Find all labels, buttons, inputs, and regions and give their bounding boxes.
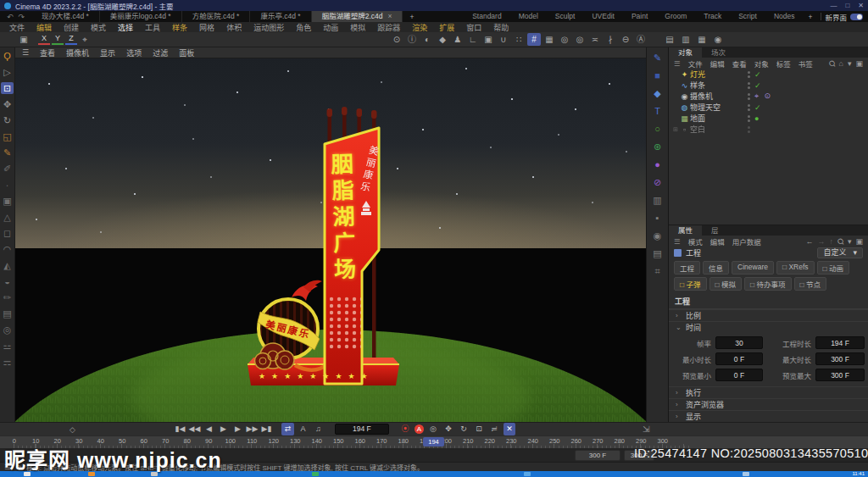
new-ui-toggle[interactable]: 新界面	[825, 12, 868, 22]
subdivision-surface-icon[interactable]: ◆	[651, 87, 665, 99]
collapsed-section[interactable]: ›显示	[669, 410, 868, 422]
sketch-tool-icon[interactable]: ✎	[1, 147, 14, 158]
layout-tab[interactable]: Sculpt	[547, 11, 584, 22]
coordinate-system-icon[interactable]: ⌖	[78, 33, 92, 46]
record-parameter-toggle[interactable]: ≓	[488, 423, 500, 435]
next-frame-button[interactable]: ▶	[231, 423, 244, 435]
grid-settings-icon[interactable]: ⚎	[1, 356, 14, 368]
up-icon[interactable]: ↑	[829, 237, 833, 246]
doc-tab[interactable]: 方舱医院.c4d *	[182, 11, 251, 22]
menu-item[interactable]: 选择	[112, 22, 139, 33]
preset-dropdown[interactable]: 自定义 ▾	[817, 247, 863, 258]
close-tab-icon[interactable]: ×	[387, 11, 392, 22]
add-layout-button[interactable]: +	[804, 13, 818, 21]
menu-item[interactable]: 动画	[317, 22, 344, 33]
next-key-button[interactable]: ▶▶	[246, 423, 259, 435]
field-object-icon[interactable]: ▥	[651, 194, 665, 206]
attr-chip[interactable]: □ 动画	[817, 261, 850, 275]
object-row[interactable]: ✦ 灯光 ✓	[669, 69, 868, 80]
layout-tab[interactable]: Standard	[464, 11, 510, 22]
tab-layers[interactable]: 层	[702, 225, 728, 236]
layout-tab[interactable]: UVEdit	[583, 11, 622, 22]
menu-item[interactable]: 角色	[290, 22, 317, 33]
goto-end-button[interactable]: ▶▮	[260, 423, 273, 435]
attr-chip[interactable]: 工程	[674, 261, 700, 275]
menu-item[interactable]: 跟踪器	[371, 22, 406, 33]
menu-item[interactable]: 编辑	[31, 22, 58, 33]
snap-grid-icon[interactable]: ▦	[542, 33, 556, 46]
scale-tool-icon[interactable]: ◱	[1, 130, 14, 142]
spline-pen-tool-icon[interactable]: ✐	[1, 163, 14, 175]
home-icon[interactable]: ⌂	[839, 59, 843, 68]
fps-field[interactable]: 30	[715, 336, 763, 349]
viewport-menu-item[interactable]: 选项	[126, 47, 142, 58]
layout-tab[interactable]: Groom	[656, 11, 695, 22]
attr-chip[interactable]: 信息	[703, 261, 729, 275]
preview-max-field[interactable]: 300 F	[815, 369, 865, 381]
doc-tab-active[interactable]: 胭脂湖雕塑牌2.c4d ×	[312, 11, 403, 22]
viewport-solo-icon[interactable]: ⊖	[619, 33, 632, 46]
viewport-filter-icon[interactable]: ◎	[1, 324, 14, 336]
spline-pen-icon[interactable]: ✎	[651, 52, 665, 64]
toggle-switch[interactable]	[850, 14, 863, 20]
object-row[interactable]: ◉ 摄像机 ⌖ ⊙	[669, 91, 868, 102]
menu-item[interactable]: 模式	[85, 22, 112, 33]
menu-item[interactable]: 文件	[3, 22, 31, 33]
history-icon[interactable]: ▣	[17, 33, 31, 46]
layout-tab[interactable]: Script	[730, 11, 765, 22]
undo-icon[interactable]: ↶	[7, 13, 14, 21]
goto-start-button[interactable]: ▮◀	[174, 423, 186, 435]
record-rotation-toggle[interactable]: ↻	[458, 423, 470, 435]
viewport-canvas[interactable]: 胭脂湖广场 美丽康乐 美丽康乐 ★★★★★★★★★	[15, 58, 646, 422]
viewport-menu-item[interactable]: 查看	[40, 47, 55, 58]
axis-lock-y-button[interactable]: Y	[52, 34, 64, 45]
interactive-render-icon[interactable]: ◉	[711, 33, 725, 46]
uv-mode-icon[interactable]: ◭	[1, 259, 14, 271]
paint-tool-icon[interactable]: ✏	[1, 291, 14, 303]
max-time-field[interactable]: 300 F	[815, 352, 865, 365]
layout-tab[interactable]: Nodes	[765, 11, 804, 22]
snap-vertex-icon[interactable]: ◎	[558, 33, 571, 46]
selection-info-icon[interactable]: ⓘ	[405, 33, 419, 46]
taskbar-app-icon[interactable]	[312, 472, 319, 476]
menu-item[interactable]: 帮助	[487, 22, 515, 33]
environment-icon[interactable]: ▤	[651, 247, 665, 259]
layout-tab[interactable]: Model	[510, 11, 547, 22]
cube-primitive-icon[interactable]: ■	[651, 69, 665, 81]
back-icon[interactable]: ←	[805, 237, 813, 246]
texture-mode-icon[interactable]: ▣	[481, 33, 495, 46]
attr-chip[interactable]: □ 待办事项	[744, 277, 792, 291]
deformer-icon[interactable]: ⊘	[651, 176, 665, 188]
attr-chip[interactable]: □ 模拟	[709, 277, 743, 291]
live-selection-icon[interactable]: ⊙	[390, 33, 403, 46]
layers-tool-icon[interactable]: ▤	[1, 308, 14, 319]
record-position-toggle[interactable]: ✥	[442, 423, 454, 435]
record-scale-toggle[interactable]: ⊡	[473, 423, 485, 435]
polygons-mode-icon[interactable]: ◠	[1, 243, 14, 255]
material-tag-icon[interactable]: ●	[754, 114, 760, 123]
camera-object-icon[interactable]: ◉	[651, 230, 665, 241]
menu-item[interactable]: 工具	[139, 22, 166, 33]
min-time-field[interactable]: 0 F	[715, 352, 763, 365]
collapsed-section[interactable]: ›执行	[669, 386, 868, 398]
render-settings-icon[interactable]: ▦	[695, 33, 709, 46]
preview-min-field[interactable]: 0 F	[715, 369, 763, 381]
object-row[interactable]: ∿ 样条 ✓	[669, 80, 868, 91]
snap-edge-icon[interactable]: ◎	[573, 33, 587, 46]
menu-item[interactable]: 体积	[220, 22, 248, 33]
model-mode-icon[interactable]: ▣	[1, 195, 14, 207]
object-row[interactable]: ◍ 物理天空 ✓	[669, 102, 868, 113]
layout-icon[interactable]: ▣	[855, 59, 863, 68]
prev-frame-button[interactable]: ◀	[203, 423, 215, 435]
axis-lock-z-button[interactable]: Z	[65, 34, 77, 45]
quantize-icon[interactable]: ∷	[512, 33, 526, 46]
points-mode-icon[interactable]: △	[1, 211, 14, 223]
snap-guide-icon[interactable]: ≍	[588, 33, 602, 46]
edges-mode-icon[interactable]: ◻	[1, 227, 14, 239]
prev-key-button[interactable]: ◀◀	[188, 423, 201, 435]
menu-item[interactable]: 模拟	[344, 22, 371, 33]
om-menu-item[interactable]: 查看	[732, 58, 747, 69]
playhead[interactable]: 194	[423, 437, 444, 446]
tab-takes[interactable]: 场次	[702, 47, 735, 58]
snap-settings-icon[interactable]: ⚍	[1, 340, 14, 352]
